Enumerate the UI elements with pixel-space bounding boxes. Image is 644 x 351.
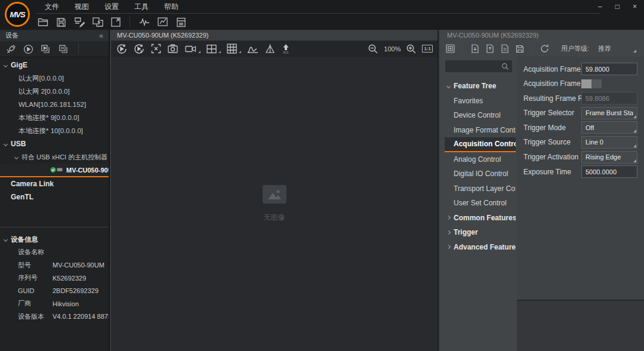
property-row: Trigger Source Line 0 Line 0: [517, 136, 644, 149]
image-viewer: MV-CU050-90UM (K52692329) ROI 100% 1:1: [111, 30, 437, 351]
document-icon[interactable]: [500, 44, 510, 54]
menu-item[interactable]: 文件: [37, 0, 67, 13]
fullscreen-icon[interactable]: [110, 17, 121, 27]
property-input[interactable]: 59.8086: [581, 92, 637, 104]
device-info-row: 序列号 K52692329: [0, 272, 109, 285]
feature-tree-item[interactable]: Favorites: [445, 94, 516, 109]
tree-node-usb[interactable]: USB: [0, 137, 109, 150]
property-dropdown[interactable]: Rising Edge: [581, 151, 637, 164]
start-all-icon[interactable]: [41, 44, 51, 54]
tree-node-camera-link[interactable]: Camera Link: [0, 177, 109, 190]
refresh-icon[interactable]: [540, 44, 550, 54]
info-label: 设备名称: [18, 248, 53, 257]
feature-tree-item[interactable]: Feature Tree: [445, 79, 516, 94]
minimize-button[interactable]: –: [598, 0, 602, 13]
save-as-icon[interactable]: [73, 16, 85, 28]
dropdown-arrow-icon[interactable]: [633, 50, 636, 53]
property-dropdown[interactable]: Line 0: [581, 136, 637, 149]
device-tree: GigE 以太网[0.0.0.0]以太网 2[0.0.0.0]WLAN[10.2…: [0, 57, 109, 204]
search-icon[interactable]: [501, 63, 509, 70]
crossline-icon[interactable]: [264, 43, 276, 54]
attributes-add-icon[interactable]: [445, 44, 455, 54]
feature-tree-item[interactable]: Trigger: [445, 225, 516, 240]
device-panel-header: 设备 «: [0, 30, 109, 41]
tree-node-gentl[interactable]: GenTL: [0, 190, 109, 204]
no-image-text: 无图像: [264, 213, 285, 223]
feature-tree-item[interactable]: Image Format Control: [445, 123, 516, 138]
open-folder-icon[interactable]: [37, 16, 49, 28]
start-acquisition-icon[interactable]: [23, 44, 33, 54]
viewer-tab[interactable]: MV-CU050-90UM (K52692329): [111, 30, 437, 41]
record-config-icon[interactable]: [175, 17, 187, 28]
menu-item[interactable]: 工具: [127, 0, 156, 13]
fit-window-icon[interactable]: [150, 43, 162, 54]
property-toggle[interactable]: [581, 79, 602, 88]
grid-view-icon[interactable]: [226, 43, 238, 54]
property-input[interactable]: 5000.0000: [581, 165, 637, 178]
image-canvas[interactable]: 无图像: [111, 57, 437, 351]
feature-tree-item[interactable]: Acquisition Control: [445, 137, 516, 152]
info-value: MV-CU050-90UM: [53, 261, 104, 269]
export-config-icon[interactable]: [485, 44, 495, 54]
zoom-level[interactable]: 100%: [384, 45, 400, 53]
dropdown-arrow-icon[interactable]: [198, 51, 201, 53]
property-dropdown[interactable]: Frame Burst Star: [581, 107, 637, 119]
property-input[interactable]: 59.8000: [581, 63, 637, 75]
collapse-panel-button[interactable]: «: [99, 32, 103, 40]
tree-node-interface[interactable]: 本地连接* 10[0.0.0.0]: [0, 124, 109, 137]
zoom-in-icon[interactable]: [406, 44, 417, 54]
feature-tree-item[interactable]: Device Control: [445, 108, 516, 123]
tree-node-interface[interactable]: 以太网 2[0.0.0.0]: [0, 85, 109, 98]
feature-tree-item[interactable]: Common Features: [445, 211, 516, 226]
menu-item[interactable]: 视图: [67, 0, 97, 13]
record-icon[interactable]: [184, 44, 197, 54]
device-info-row: 型号 MV-CU050-90UM: [0, 259, 109, 272]
property-row: Exposure Time 5000.0000 5000.0000: [517, 165, 644, 178]
feature-tree-item[interactable]: User Set Control: [445, 196, 516, 211]
continuous-acquisition-icon[interactable]: [116, 43, 128, 55]
statistics-icon[interactable]: [157, 16, 169, 28]
tree-node-camera-device[interactable]: MV-CU050-90UM (K5269...: [0, 164, 109, 177]
feature-search-input[interactable]: [445, 60, 512, 72]
info-label: 设备版本: [18, 312, 53, 321]
zoom-out-icon[interactable]: [368, 44, 378, 54]
maximize-button[interactable]: □: [615, 0, 620, 13]
tree-node-interface[interactable]: 本地连接* 9[0.0.0.0]: [0, 111, 109, 124]
property-description-area: [517, 301, 644, 351]
actual-size-button[interactable]: 1:1: [422, 45, 433, 53]
close-button[interactable]: ×: [633, 0, 637, 13]
save-icon[interactable]: [56, 17, 67, 28]
device-panel-title: 设备: [5, 31, 19, 40]
user-level-control[interactable]: 用户等级: 推荐: [561, 44, 611, 53]
dropdown-arrow-icon[interactable]: [239, 51, 241, 53]
roi-icon[interactable]: ROI: [281, 43, 291, 54]
device-toolbar: [0, 41, 109, 57]
mvs-logo-text: MVS: [10, 10, 24, 19]
feature-tree-item[interactable]: Digital IO Control: [445, 167, 516, 181]
property-dropdown[interactable]: Off: [581, 121, 637, 134]
save-config-icon[interactable]: [515, 44, 525, 54]
waveform-icon[interactable]: [138, 16, 150, 28]
info-label: 厂商: [18, 299, 53, 308]
import-config-icon[interactable]: [470, 44, 480, 54]
layout-switch-icon[interactable]: [92, 16, 104, 28]
disconnect-icon[interactable]: [6, 44, 16, 54]
histogram-icon[interactable]: [246, 44, 259, 54]
feature-tree-item[interactable]: Transport Layer Cont...: [445, 181, 516, 196]
tree-node-interface[interactable]: 以太网[0.0.0.0]: [0, 72, 109, 85]
feature-tree-item[interactable]: Analog Control: [445, 152, 516, 167]
dropdown-arrow-icon[interactable]: [218, 51, 221, 53]
menu-item[interactable]: 帮助: [156, 0, 186, 13]
tree-node-usb-host[interactable]: 符合 USB xHCI 的主机控制器: [0, 150, 109, 164]
menu-item[interactable]: 设置: [97, 0, 127, 13]
tree-node-gige[interactable]: GigE: [0, 59, 109, 72]
feature-tree-item[interactable]: Advanced Features: [445, 240, 516, 255]
info-value: V4.0.1 220914 8875...: [53, 313, 109, 320]
tree-node-interface[interactable]: WLAN[10.26.181.152]: [0, 98, 109, 111]
device-info-header[interactable]: 设备信息: [0, 233, 109, 246]
stop-all-icon[interactable]: [58, 44, 69, 54]
snapshot-icon[interactable]: [167, 43, 179, 55]
features-toolbar: 用户等级: 推荐: [440, 41, 644, 57]
single-acquisition-icon[interactable]: [133, 43, 145, 55]
split-view-icon[interactable]: [206, 44, 217, 54]
